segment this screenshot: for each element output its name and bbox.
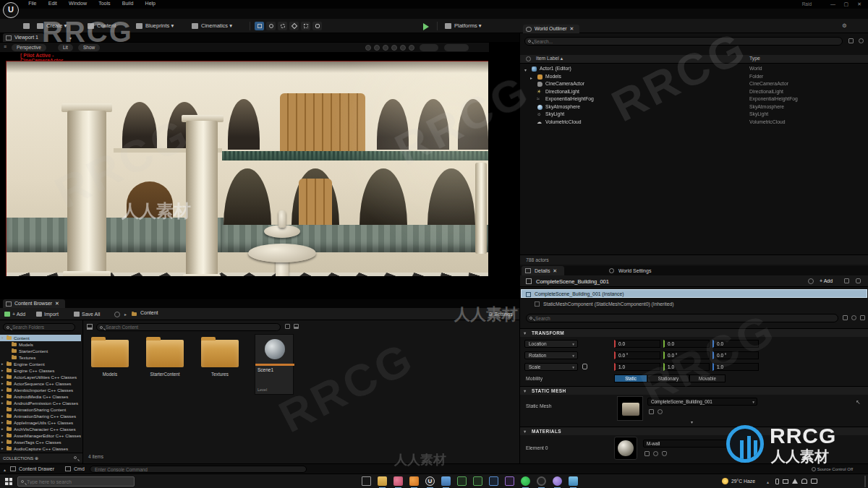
taskbar-app-icon[interactable] <box>537 476 546 486</box>
outliner-row[interactable]: SkyAtmosphere SkyAtmosphere <box>520 103 868 111</box>
details-tab[interactable]: Details ✕ <box>522 266 564 275</box>
cb-asset-search-input[interactable] <box>97 324 280 330</box>
outliner-row[interactable]: ☀ DirectionalLight DirectionalLight <box>520 88 868 96</box>
show-desktop-button[interactable] <box>864 476 866 487</box>
viewport-option-icon[interactable] <box>365 45 371 51</box>
save-icon[interactable] <box>23 23 30 29</box>
console-icon[interactable] <box>65 466 71 471</box>
task-view-icon[interactable] <box>362 476 371 486</box>
cb-add-button[interactable]: + Add <box>3 309 28 319</box>
tree-item[interactable]: ▸AppleImageUtils C++ Classes <box>0 419 81 426</box>
cb-settings-button[interactable]: ⚙ Settings <box>479 309 516 319</box>
tree-item[interactable]: ▸ActorSequence C++ Classes <box>0 380 81 387</box>
console-command-input[interactable] <box>90 467 306 473</box>
viewport-option-icon[interactable] <box>391 45 397 51</box>
save-search-icon[interactable] <box>285 324 290 329</box>
cmd-button[interactable]: Cmd <box>74 466 85 471</box>
taskbar-app-icon[interactable] <box>409 476 419 486</box>
scale-z-field[interactable]: 1.0 <box>712 363 759 371</box>
console-command-box[interactable] <box>90 466 307 473</box>
content-drawer-button[interactable]: Content Drawer <box>19 466 54 471</box>
location-y-field[interactable]: 0.0 <box>663 340 710 348</box>
taskbar-app-icon[interactable] <box>553 476 562 486</box>
rotation-y-field[interactable]: 0.0 ° <box>663 351 710 359</box>
select-tool-icon[interactable] <box>255 22 264 30</box>
scale-tool-icon[interactable] <box>289 22 299 30</box>
location-label[interactable]: Location <box>524 340 578 348</box>
materials-section-header[interactable]: MATERIALS <box>520 427 868 435</box>
viewport-scene[interactable] <box>6 61 488 276</box>
content-browser-tab[interactable]: Content Browser ✕ <box>3 299 65 308</box>
menu-build[interactable]: Build <box>117 0 139 7</box>
tree-item[interactable]: ▸Engine Content <box>0 361 81 367</box>
history-back-icon[interactable] <box>114 312 120 317</box>
taskbar-app-icon[interactable] <box>393 476 403 486</box>
move-tool-icon[interactable] <box>266 22 276 30</box>
tree-item[interactable]: ▸AudioCapture C++ Classes <box>0 445 81 452</box>
scale-label[interactable]: Scale <box>524 363 578 371</box>
tray-expand-icon[interactable]: ▴ <box>767 479 769 484</box>
bluetooth-icon[interactable] <box>775 479 779 484</box>
cycle-icon[interactable] <box>808 278 814 284</box>
scale-y-field[interactable]: 1.0 <box>663 363 710 371</box>
menu-tools[interactable]: Tools <box>93 0 115 7</box>
scale-x-field[interactable]: 1.0 <box>614 363 660 371</box>
file-explorer-icon[interactable] <box>378 476 387 486</box>
static-mesh-section-header[interactable]: STATIC MESH <box>520 386 868 395</box>
platforms-button[interactable]: Platforms ▾ <box>443 21 485 31</box>
taskbar-search-input[interactable] <box>18 477 134 486</box>
material-dropdown[interactable]: M-wall <box>643 440 739 448</box>
static-mesh-dropdown[interactable]: CompleteScene_Building_001 <box>647 398 757 406</box>
tree-item[interactable]: ▸AndroidMedia C++ Classes <box>0 393 81 400</box>
touch-keyboard-icon[interactable] <box>811 479 817 484</box>
tree-item-content[interactable]: ▾Content <box>0 335 81 341</box>
tree-item[interactable]: ▸AnimationSharing C++ Classes <box>0 413 81 419</box>
static-mesh-thumbnail[interactable] <box>617 396 643 421</box>
blueprint-convert-icon[interactable] <box>844 278 849 283</box>
maximize-button[interactable]: ▢ <box>840 1 852 7</box>
viewport-tab[interactable]: Viewport 1 <box>3 33 44 42</box>
folder-textures[interactable] <box>201 340 239 367</box>
menu-window[interactable]: Window <box>64 0 92 7</box>
viewport-menu-icon[interactable]: ≡ <box>4 44 7 49</box>
start-button-icon[interactable] <box>5 478 12 485</box>
location-z-field[interactable]: 0.0 <box>712 340 759 348</box>
photos-app-icon[interactable] <box>441 476 451 486</box>
find-in-browser-icon[interactable] <box>658 409 663 414</box>
lock-icon[interactable] <box>856 278 861 283</box>
cb-tree-search[interactable] <box>3 323 75 331</box>
viewport-option-icon[interactable] <box>400 45 406 51</box>
collections-label[interactable]: COLLECTIONS ⊕ <box>3 455 38 461</box>
blueprints-button[interactable]: Blueprints ▾ <box>134 21 177 31</box>
taskbar-app-icon[interactable] <box>521 476 530 486</box>
taskbar-app-icon[interactable] <box>489 476 498 486</box>
taskbar-app-icon[interactable] <box>505 476 514 486</box>
cb-tree-search-input[interactable] <box>4 324 75 330</box>
volume-icon[interactable] <box>792 479 798 484</box>
outliner-column-header[interactable]: Item Label ▴ Type <box>520 55 868 64</box>
details-search[interactable] <box>526 314 838 322</box>
taskbar-app-icon[interactable] <box>473 476 482 486</box>
tree-item[interactable]: StarterContent <box>0 348 81 354</box>
camera-speed-icon[interactable] <box>312 22 322 30</box>
tree-item[interactable]: ▸ActorLayerUtilities C++ Classes <box>0 374 81 380</box>
outliner-settings-icon[interactable] <box>859 38 864 43</box>
rotation-label[interactable]: Rotation <box>524 351 578 359</box>
details-settings-icon[interactable] <box>860 315 865 320</box>
screen-percentage-pill[interactable] <box>444 44 469 51</box>
reset-arrow-icon[interactable]: ↖ <box>856 399 861 406</box>
cb-import-button[interactable]: Import <box>35 309 61 319</box>
mobility-static-button[interactable]: Static <box>614 374 647 382</box>
collections-search-icon[interactable] <box>74 456 77 459</box>
browse-to-material-icon[interactable] <box>644 451 650 456</box>
cb-asset-search[interactable] <box>96 323 281 331</box>
outliner-search-input[interactable] <box>525 38 842 45</box>
tree-item[interactable]: ▸AssetTags C++ Classes <box>0 439 81 445</box>
material-shield-icon[interactable] <box>662 451 667 456</box>
world-settings-tab[interactable]: World Settings <box>605 266 658 275</box>
details-filter-icon[interactable] <box>843 315 848 320</box>
source-control-status[interactable]: Source Control Off <box>812 467 853 471</box>
weather-status[interactable]: 29°C Haze <box>731 479 755 484</box>
tree-item[interactable]: ▸AlembicImporter C++ Classes <box>0 387 81 393</box>
tree-item[interactable]: ▸ArchVisCharacter C++ Classes <box>0 426 81 432</box>
